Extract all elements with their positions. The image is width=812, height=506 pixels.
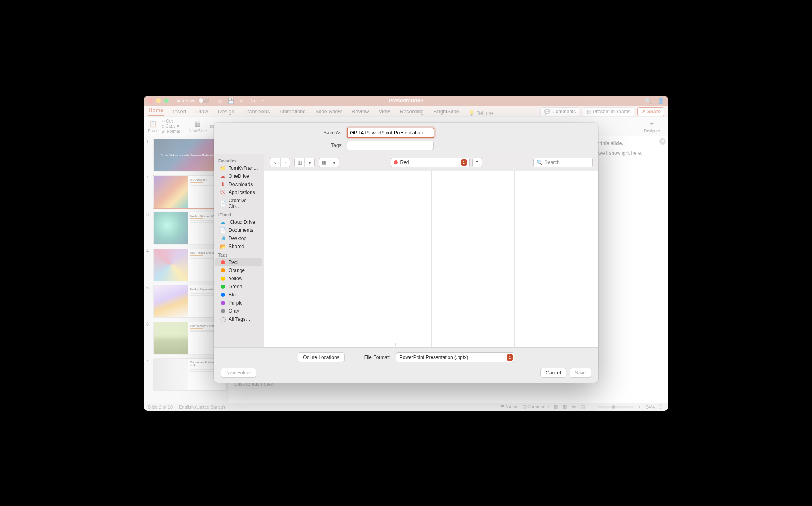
nav-buttons: ‹ ›: [270, 158, 290, 167]
sidebar-header-tags: Tags: [214, 251, 264, 258]
forward-button[interactable]: ›: [280, 158, 290, 167]
apps-icon: Ⓐ: [220, 190, 226, 195]
sidebar-item-label: All Tags…: [229, 316, 251, 322]
sidebar-item-label: Orange: [229, 268, 245, 273]
doc-icon: 📄: [220, 201, 226, 206]
chevron-right-icon: ›: [285, 160, 286, 165]
file-format-value: PowerPoint Presentation (.pptx): [400, 355, 468, 360]
new-folder-button[interactable]: New Folder: [221, 368, 256, 378]
sidebar-item-label: Shared: [229, 244, 244, 249]
tag-dot-icon: [220, 292, 226, 298]
location-picker[interactable]: Red ▲▼: [391, 158, 470, 167]
sidebar-item-label: Yellow: [229, 276, 242, 281]
cloud-icon: ☁︎: [220, 173, 226, 179]
sidebar-item-red[interactable]: Red: [215, 258, 262, 266]
download-icon: ⬇︎: [220, 182, 226, 187]
sidebar-item-label: Gray: [229, 308, 239, 314]
chevron-down-icon: ▾: [333, 160, 335, 165]
sidebar-item-purple[interactable]: Purple: [215, 299, 262, 307]
save-as-input[interactable]: [347, 128, 434, 138]
browser-column: [515, 171, 598, 347]
sidebar-item-documents[interactable]: 📄Documents: [215, 226, 262, 234]
browser-column: [348, 171, 432, 347]
sidebar-item-label: TomKyTran…: [229, 165, 258, 171]
sidebar-item-yellow[interactable]: Yellow: [215, 275, 262, 283]
file-format-label: File Format:: [364, 355, 390, 360]
sidebar-item-tomkytran-[interactable]: 📁TomKyTran…: [215, 164, 262, 172]
sidebar-item-shared[interactable]: 📂Shared: [215, 242, 262, 251]
tag-dot-icon: [220, 284, 226, 290]
sidebar-item-gray[interactable]: Gray: [215, 307, 262, 315]
chevron-down-icon: ▾: [309, 160, 311, 165]
sidebar-item-label: Green: [229, 284, 242, 290]
red-tag-icon: [394, 160, 398, 164]
browser-column: [264, 171, 348, 347]
back-button[interactable]: ‹: [270, 158, 280, 167]
sidebar-item-label: Applications: [229, 190, 255, 195]
chevron-left-icon: ‹: [274, 160, 276, 165]
sidebar-item-green[interactable]: Green: [215, 283, 262, 291]
online-locations-button[interactable]: Online Locations: [298, 352, 344, 362]
view-mode-grid[interactable]: ▦ ▾: [319, 158, 339, 167]
file-browser[interactable]: ||: [264, 171, 598, 347]
doc-icon: 📄: [220, 227, 226, 233]
cloud-icon: ☁︎: [220, 219, 226, 225]
file-format-select[interactable]: PowerPoint Presentation (.pptx) ▲▼: [396, 352, 514, 362]
chevron-up-icon: ⌃: [475, 160, 479, 164]
sidebar-item-blue[interactable]: Blue: [215, 291, 262, 299]
save-as-label: Save As:: [221, 130, 343, 136]
sidebar-item-applications[interactable]: ⒶApplications: [215, 188, 262, 197]
tags-label: Tags:: [221, 143, 343, 148]
tags-input[interactable]: [347, 141, 434, 150]
sidebar-item-label: OneDrive: [229, 173, 249, 179]
tag-dot-icon: [220, 276, 226, 281]
sidebar-item-label: iCloud Drive: [229, 219, 255, 225]
search-input[interactable]: 🔍 Search: [533, 158, 593, 167]
grid-icon: ▦: [322, 160, 326, 165]
sidebar-item-downloads[interactable]: ⬇︎Downloads: [215, 180, 262, 188]
cancel-button[interactable]: Cancel: [540, 368, 566, 378]
sidebar-item-all-tags[interactable]: ◯All Tags…: [215, 315, 262, 323]
save-button[interactable]: Save: [570, 368, 591, 378]
sidebar-item-label: Red: [229, 259, 238, 265]
desktop-icon: 🖥: [220, 236, 226, 241]
browser-column: [432, 171, 515, 347]
save-dialog-toolbar: ‹ › ▥ ▾ ▦ ▾: [264, 154, 598, 171]
save-dialog: Save As: Tags: Favorites📁TomKyTran…☁︎One…: [214, 123, 598, 383]
stepper-icon: ▲▼: [461, 159, 467, 166]
sidebar-item-icloud-drive[interactable]: ☁︎iCloud Drive: [215, 218, 262, 226]
column-resize-handle[interactable]: ||: [395, 342, 398, 346]
sidebar-header-favorites: Favorites: [214, 156, 264, 164]
shared-icon: 📂: [220, 244, 226, 249]
sidebar-item-onedrive[interactable]: ☁︎OneDrive: [215, 172, 262, 180]
sidebar-header-icloud: iCloud: [214, 210, 264, 218]
save-dialog-sidebar: Favorites📁TomKyTran…☁︎OneDrive⬇︎Download…: [214, 154, 264, 347]
sidebar-item-creative-clo-[interactable]: 📄Creative Clo…: [215, 197, 262, 210]
sidebar-item-label: Documents: [229, 227, 253, 233]
view-mode-columns[interactable]: ▥ ▾: [294, 158, 315, 167]
folder-icon: 📁: [220, 165, 226, 171]
sidebar-item-label: Desktop: [229, 236, 246, 241]
stepper-icon: ▲▼: [507, 354, 513, 361]
search-icon: 🔍: [536, 160, 542, 165]
sidebar-item-label: Creative Clo…: [229, 198, 257, 209]
search-placeholder: Search: [544, 160, 560, 165]
all-tags-icon: ◯: [220, 316, 226, 322]
collapse-button[interactable]: ⌃: [472, 158, 482, 167]
sidebar-item-label: Downloads: [229, 182, 253, 187]
sidebar-item-desktop[interactable]: 🖥Desktop: [215, 234, 262, 242]
tag-dot-icon: [220, 259, 226, 265]
columns-icon: ▥: [298, 160, 302, 165]
powerpoint-window: AutoSave OFF ⌂ 💾 ↩ ↪ ⋯ Presentation3 🔍 👤…: [144, 96, 668, 411]
location-name: Red: [400, 160, 409, 165]
tag-dot-icon: [220, 308, 226, 314]
sidebar-item-label: Blue: [229, 292, 238, 298]
tag-dot-icon: [220, 300, 226, 306]
sidebar-item-orange[interactable]: Orange: [215, 266, 262, 275]
tag-dot-icon: [220, 268, 226, 273]
sidebar-item-label: Purple: [229, 300, 243, 306]
